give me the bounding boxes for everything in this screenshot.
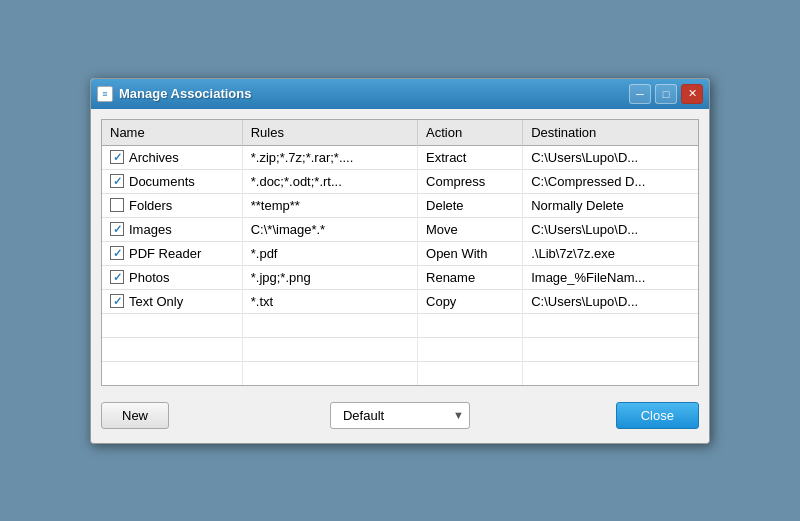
table-cell-action: Open With — [418, 241, 523, 265]
row-checkbox[interactable] — [110, 150, 124, 164]
table-row[interactable]: Photos*.jpg;*.pngRenameImage_%FileNam... — [102, 265, 698, 289]
col-header-destination: Destination — [523, 120, 698, 146]
table-cell-rules: *.txt — [242, 289, 417, 313]
table-cell-destination: C:\Users\Lupo\D... — [523, 289, 698, 313]
row-name: Images — [129, 222, 172, 237]
row-name: Documents — [129, 174, 195, 189]
maximize-button[interactable]: □ — [655, 84, 677, 104]
table-cell-rules: **temp** — [242, 193, 417, 217]
table-cell-action: Copy — [418, 289, 523, 313]
row-name: Folders — [129, 198, 172, 213]
table-cell-name: Images — [102, 217, 242, 241]
table-cell-destination: C:\Users\Lupo\D... — [523, 217, 698, 241]
table-cell-empty — [523, 361, 698, 385]
table-cell-destination: C:\Compressed D... — [523, 169, 698, 193]
row-name: Archives — [129, 150, 179, 165]
row-checkbox[interactable] — [110, 174, 124, 188]
close-button[interactable]: Close — [616, 402, 699, 429]
table-cell-name: Text Only — [102, 289, 242, 313]
footer-center: DefaultOption 1Option 2 ▼ — [300, 402, 499, 429]
table-cell-rules: *.doc;*.odt;*.rt... — [242, 169, 417, 193]
table-cell-name: PDF Reader — [102, 241, 242, 265]
table-cell-rules: C:\*\image*.* — [242, 217, 417, 241]
table-cell-empty — [418, 361, 523, 385]
table-row-empty — [102, 337, 698, 361]
row-checkbox[interactable] — [110, 246, 124, 260]
new-button[interactable]: New — [101, 402, 169, 429]
table-cell-name: Photos — [102, 265, 242, 289]
associations-table-container: Name Rules Action Destination Archives*.… — [101, 119, 699, 386]
col-header-name: Name — [102, 120, 242, 146]
row-checkbox[interactable] — [110, 198, 124, 212]
row-checkbox[interactable] — [110, 270, 124, 284]
table-row[interactable]: Documents*.doc;*.odt;*.rt...CompressC:\C… — [102, 169, 698, 193]
table-row[interactable]: ImagesC:\*\image*.*MoveC:\Users\Lupo\D..… — [102, 217, 698, 241]
table-cell-destination: Image_%FileNam... — [523, 265, 698, 289]
table-row-empty — [102, 313, 698, 337]
associations-table: Name Rules Action Destination Archives*.… — [102, 120, 698, 385]
manage-associations-window: ≡ Manage Associations ─ □ ✕ Name Rules A… — [90, 78, 710, 444]
row-name: Photos — [129, 270, 169, 285]
table-cell-empty — [418, 313, 523, 337]
table-cell-name: Archives — [102, 145, 242, 169]
col-header-action: Action — [418, 120, 523, 146]
table-cell-empty — [242, 337, 417, 361]
window-content: Name Rules Action Destination Archives*.… — [91, 109, 709, 443]
table-cell-destination: Normally Delete — [523, 193, 698, 217]
row-name: PDF Reader — [129, 246, 201, 261]
minimize-button[interactable]: ─ — [629, 84, 651, 104]
title-buttons: ─ □ ✕ — [629, 84, 703, 104]
row-checkbox[interactable] — [110, 222, 124, 236]
table-cell-action: Delete — [418, 193, 523, 217]
table-cell-rules: *.zip;*.7z;*.rar;*.... — [242, 145, 417, 169]
title-bar-left: ≡ Manage Associations — [97, 86, 251, 102]
table-cell-empty — [523, 313, 698, 337]
table-cell-action: Rename — [418, 265, 523, 289]
default-select-wrapper: DefaultOption 1Option 2 ▼ — [330, 402, 470, 429]
table-cell-rules: *.pdf — [242, 241, 417, 265]
window-title: Manage Associations — [119, 86, 251, 101]
col-header-rules: Rules — [242, 120, 417, 146]
footer-right: Close — [500, 402, 699, 429]
footer-left: New — [101, 402, 300, 429]
table-row[interactable]: PDF Reader*.pdfOpen With.\Lib\7z\7z.exe — [102, 241, 698, 265]
table-cell-destination: C:\Users\Lupo\D... — [523, 145, 698, 169]
table-cell-empty — [523, 337, 698, 361]
table-cell-empty — [102, 313, 242, 337]
table-cell-action: Extract — [418, 145, 523, 169]
table-cell-empty — [102, 337, 242, 361]
table-cell-empty — [418, 337, 523, 361]
title-bar: ≡ Manage Associations ─ □ ✕ — [91, 79, 709, 109]
table-row-empty — [102, 361, 698, 385]
table-cell-empty — [242, 313, 417, 337]
table-cell-destination: .\Lib\7z\7z.exe — [523, 241, 698, 265]
row-name: Text Only — [129, 294, 183, 309]
table-cell-name: Folders — [102, 193, 242, 217]
close-window-button[interactable]: ✕ — [681, 84, 703, 104]
footer: New DefaultOption 1Option 2 ▼ Close — [101, 398, 699, 433]
table-cell-empty — [102, 361, 242, 385]
table-row[interactable]: Folders**temp**DeleteNormally Delete — [102, 193, 698, 217]
table-row[interactable]: Archives*.zip;*.7z;*.rar;*....ExtractC:\… — [102, 145, 698, 169]
default-select[interactable]: DefaultOption 1Option 2 — [330, 402, 470, 429]
table-cell-rules: *.jpg;*.png — [242, 265, 417, 289]
table-cell-action: Compress — [418, 169, 523, 193]
table-cell-empty — [242, 361, 417, 385]
window-icon: ≡ — [97, 86, 113, 102]
table-header-row: Name Rules Action Destination — [102, 120, 698, 146]
table-row[interactable]: Text Only*.txtCopyC:\Users\Lupo\D... — [102, 289, 698, 313]
table-cell-action: Move — [418, 217, 523, 241]
row-checkbox[interactable] — [110, 294, 124, 308]
table-cell-name: Documents — [102, 169, 242, 193]
